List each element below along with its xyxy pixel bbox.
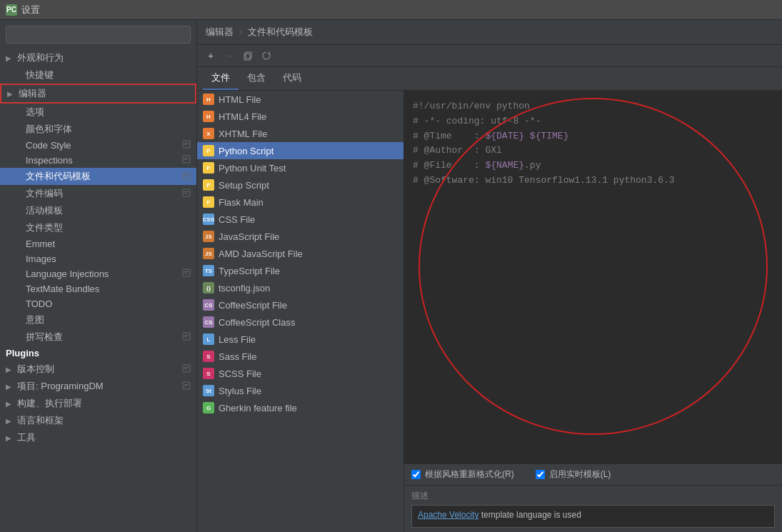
sidebar-label-tools: 工具 — [17, 431, 191, 444]
svg-rect-11 — [184, 193, 187, 194]
code-editor[interactable]: #!/usr/bin/env python # -*- coding: utf-… — [404, 91, 782, 463]
svg-rect-7 — [184, 174, 189, 175]
sidebar-badge-fileencoding — [182, 189, 191, 199]
sidebar-item-todo[interactable]: TODO — [0, 296, 196, 311]
file-label-cssfile: CSS File — [219, 214, 255, 225]
file-item-jsfile[interactable]: JSJavaScript File — [197, 228, 403, 245]
file-icon-flaskmain: F — [203, 196, 214, 208]
description-label: 描述 — [411, 490, 775, 502]
search-input[interactable] — [6, 26, 191, 44]
tab-code[interactable]: 代码 — [274, 67, 310, 90]
sidebar-label-textmate: TextMate Bundles — [26, 283, 191, 294]
add-button[interactable]: + — [203, 48, 219, 64]
file-item-xhtml[interactable]: XXHTML File — [197, 125, 403, 142]
file-item-scssfile[interactable]: SSCSS File — [197, 365, 403, 382]
sidebar-badge-inspections — [182, 155, 191, 166]
svg-rect-24 — [244, 54, 250, 60]
sidebar-label-langinjections: Language Injections — [26, 268, 176, 279]
file-label-gherkin: Gherkin feature file — [219, 403, 297, 413]
svg-rect-2 — [184, 144, 187, 145]
file-label-amdjsfile: AMD JavaScript File — [219, 249, 303, 259]
livetemplate-checkbox[interactable]: 启用实时模板(L) — [536, 468, 611, 481]
sidebar-item-editor[interactable]: ▶编辑器 — [0, 84, 196, 104]
file-item-html4[interactable]: HHTML4 File — [197, 108, 403, 125]
sidebar-item-project[interactable]: ▶项目: ProgramingDM — [0, 378, 196, 395]
sidebar-label-images: Images — [26, 254, 191, 264]
sidebar-label-langframework: 语言和框架 — [17, 414, 191, 427]
file-label-pythonscript: Python Script — [219, 146, 274, 156]
file-item-tsconfigjson[interactable]: {}tsconfig.json — [197, 279, 403, 296]
svg-rect-23 — [184, 386, 187, 386]
file-label-html4: HTML4 File — [219, 111, 266, 122]
code-line-3: # @Time : ${DATE} ${TIME} — [413, 129, 773, 144]
file-item-pythonscript[interactable]: PPython Script — [197, 142, 403, 159]
svg-rect-17 — [184, 336, 187, 337]
sidebar-item-tools[interactable]: ▶工具 — [0, 429, 196, 446]
reformat-checkbox[interactable]: 根据风格重新格式化(R) — [411, 468, 514, 481]
file-item-cssfile[interactable]: CSSCSS File — [197, 211, 403, 228]
file-icon-coffeescriptclass: CS — [203, 316, 214, 328]
file-icon-cssfile: CSS — [203, 214, 214, 225]
tab-includes[interactable]: 包含 — [239, 67, 274, 90]
file-icon-lessfile: L — [203, 333, 214, 345]
copy-button[interactable] — [240, 48, 256, 64]
file-item-sassfile[interactable]: SSass File — [197, 348, 403, 365]
file-item-amdjsfile[interactable]: JSAMD JavaScript File — [197, 245, 403, 262]
file-item-coffeescriptclass[interactable]: CSCoffeeScript Class — [197, 313, 403, 331]
sidebar-item-langframework[interactable]: ▶语言和框架 — [0, 412, 196, 429]
file-item-coffeescript[interactable]: CSCoffeeScript File — [197, 296, 403, 313]
sidebar-item-buildrun[interactable]: ▶构建、执行部署 — [0, 395, 196, 412]
sidebar-item-filetypes[interactable]: 文件类型 — [0, 219, 196, 236]
sidebar-item-plugins[interactable]: Plugins — [0, 346, 196, 361]
sidebar-item-emmet[interactable]: Emmet — [0, 236, 196, 251]
sidebar-label-filetemplates: 文件和代码模板 — [26, 170, 176, 183]
svg-rect-1 — [184, 143, 189, 144]
file-item-pythonunit[interactable]: PPython Unit Test — [197, 159, 403, 176]
sidebar-item-colorfont[interactable]: 颜色和字体 — [0, 121, 196, 138]
file-item-gherkin[interactable]: GGherkin feature file — [197, 399, 403, 416]
sidebar-item-appearance[interactable]: ▶外观和行为 — [0, 49, 196, 66]
file-item-lessfile[interactable]: LLess File — [197, 331, 403, 348]
sidebar-item-images[interactable]: Images — [0, 251, 196, 266]
sidebar-item-langinjections[interactable]: Language Injections — [0, 266, 196, 281]
file-item-setupscript[interactable]: PSetup Script — [197, 176, 403, 194]
reset-button[interactable] — [259, 48, 274, 64]
app-icon: PC — [6, 4, 17, 16]
file-icon-amdjsfile: JS — [203, 248, 214, 259]
sidebar-item-options[interactable]: 选项 — [0, 104, 196, 121]
sidebar-item-fileencoding[interactable]: 文件编码 — [0, 185, 196, 202]
main-container: ▶外观和行为快捷键▶编辑器选项颜色和字体Code StyleInspection… — [0, 20, 782, 532]
file-item-stylusfile[interactable]: StStylus File — [197, 382, 403, 399]
sidebar-item-codestyle[interactable]: Code Style — [0, 138, 196, 153]
breadcrumb-part1: 编辑器 — [206, 26, 234, 37]
svg-rect-20 — [184, 368, 187, 369]
sidebar-item-filetemplates[interactable]: 文件和代码模板 — [0, 168, 196, 185]
sidebar-label-project: 项目: ProgramingDM — [17, 380, 176, 393]
file-label-flaskmain: Flask Main — [219, 197, 264, 208]
sidebar-item-intent[interactable]: 意图 — [0, 311, 196, 328]
description-box: Apache Velocity template language is use… — [411, 505, 775, 528]
file-icon-xhtml: X — [203, 128, 214, 139]
sidebar-item-livetemplate[interactable]: 活动模板 — [0, 202, 196, 219]
file-label-jsfile: JavaScript File — [219, 231, 279, 242]
file-label-tsconfigjson: tsconfig.json — [219, 283, 270, 293]
sidebar-label-fileencoding: 文件编码 — [26, 187, 176, 200]
toolbar: + − — [197, 45, 782, 67]
sidebar-item-shortcuts[interactable]: 快捷键 — [0, 66, 196, 84]
code-line-1: #!/usr/bin/env python — [413, 99, 773, 114]
file-item-flaskmain[interactable]: FFlask Main — [197, 194, 403, 211]
file-icon-pythonunit: P — [203, 162, 214, 174]
file-label-pythonunit: Python Unit Test — [219, 163, 286, 174]
sidebar-item-textmate[interactable]: TextMate Bundles — [0, 281, 196, 296]
file-item-html[interactable]: HHTML File — [197, 91, 403, 108]
sidebar-item-inspections[interactable]: Inspections — [0, 153, 196, 168]
sidebar-item-spelling[interactable]: 拼写检查 — [0, 328, 196, 346]
svg-rect-10 — [184, 191, 189, 192]
tab-files[interactable]: 文件 — [203, 67, 239, 90]
file-item-tsfile[interactable]: TSTypeScript File — [197, 262, 403, 279]
apache-velocity-link[interactable]: Apache Velocity — [418, 510, 478, 520]
file-icon-coffeescript: CS — [203, 299, 214, 311]
remove-button[interactable]: − — [221, 48, 237, 64]
sidebar-item-versionctrl[interactable]: ▶版本控制 — [0, 361, 196, 378]
sidebar-label-buildrun: 构建、执行部署 — [17, 397, 191, 410]
